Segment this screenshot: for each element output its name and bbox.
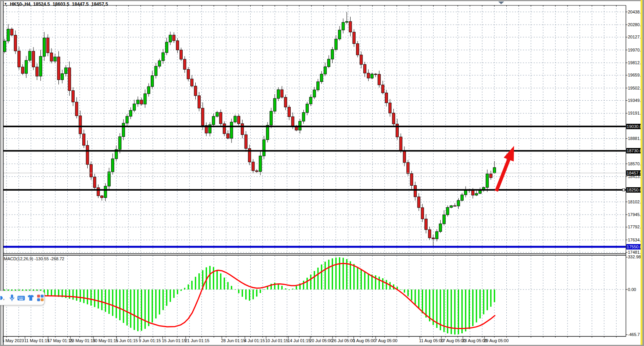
- candle-body: [86, 145, 89, 165]
- macd-histogram-bar: [191, 281, 192, 289]
- candle-body: [259, 156, 262, 172]
- macd-histogram-bar: [231, 286, 232, 289]
- macd-histogram-bar: [368, 274, 369, 289]
- candle-body: [155, 66, 157, 75]
- apps-grid-icon[interactable]: [37, 294, 44, 302]
- macd-histogram-bar: [260, 289, 261, 293]
- price-line-label: 19030.0: [626, 124, 642, 129]
- macd-histogram-bar: [47, 289, 48, 296]
- date-tick-label[interactable]: 5 May 2023: [2, 338, 24, 343]
- candle-body: [399, 137, 402, 151]
- macd-histogram-bar: [101, 289, 102, 310]
- macd-histogram-bar: [274, 283, 275, 289]
- indicator-main-value: -130.55: [34, 256, 48, 261]
- candle-body: [403, 151, 406, 163]
- macd-histogram-bar: [494, 289, 495, 302]
- macd-histogram-bar: [162, 289, 163, 310]
- macd-histogram-bar: [151, 289, 153, 323]
- microphone-icon[interactable]: [8, 294, 15, 302]
- candle-body: [418, 197, 420, 208]
- line-selection-handle[interactable]: [622, 189, 625, 191]
- macd-histogram-bar: [343, 258, 344, 289]
- macd-histogram-bar: [324, 262, 326, 289]
- trend-arrow[interactable]: [495, 146, 514, 192]
- date-tick-label[interactable]: 9 Jun 01:15: [139, 338, 161, 343]
- candle-body: [3, 41, 6, 52]
- pen-icon[interactable]: ,: [0, 294, 7, 302]
- date-tick-label[interactable]: 11 Aug 05:00: [419, 338, 444, 343]
- date-tick-label[interactable]: 10 Jul 01:15: [265, 338, 288, 343]
- date-tick-label[interactable]: 29 Aug 05:00: [484, 338, 509, 343]
- candle-body: [97, 188, 100, 196]
- macd-histogram-bar: [458, 289, 459, 334]
- candle-body: [129, 110, 132, 116]
- macd-histogram-bar: [112, 289, 113, 316]
- date-tick-label[interactable]: 30 May 01:15: [93, 338, 118, 343]
- candle-body: [439, 224, 442, 231]
- macd-histogram-bar: [429, 289, 430, 321]
- date-tick-label[interactable]: 17 May 01:15: [47, 338, 73, 343]
- candle-body: [284, 97, 287, 107]
- macd-tick-label[interactable]: 332.98: [628, 255, 641, 260]
- candle-body: [432, 238, 434, 239]
- macd-tick-label[interactable]: 0.00: [628, 287, 636, 292]
- candle-body: [255, 171, 258, 171]
- candle-body: [328, 59, 330, 67]
- macd-histogram-bar: [155, 289, 156, 318]
- date-tick-label[interactable]: 26 Jul 05:00: [332, 338, 355, 343]
- shirt-icon[interactable]: [27, 294, 35, 302]
- axis-ticks: [3, 5, 627, 339]
- chart-plot-area[interactable]: [0, 0, 644, 346]
- date-tick-label[interactable]: 4 Jul 01:15: [244, 338, 265, 343]
- macd-histogram-bar: [51, 289, 52, 296]
- price-line-17550[interactable]: [3, 246, 626, 248]
- chart-svg[interactable]: [0, 0, 644, 346]
- horizontal-line-objects[interactable]: [3, 126, 626, 248]
- candle-body: [313, 90, 316, 97]
- macd-histogram-bar: [335, 258, 336, 289]
- keyboard-icon[interactable]: [17, 294, 25, 302]
- ime-toolbar[interactable]: ,: [0, 291, 45, 305]
- date-tick-label[interactable]: 11 May 01:15: [24, 338, 50, 343]
- macd-histogram-bar: [350, 261, 351, 289]
- candle-body: [79, 116, 82, 134]
- date-tick-label[interactable]: 5 Jun 01:15: [116, 338, 138, 343]
- candle-body: [144, 94, 146, 104]
- price-line-18250[interactable]: [3, 189, 626, 191]
- date-tick-label[interactable]: 15 Jun 01:15: [162, 338, 186, 343]
- macd-histogram-bar: [332, 258, 333, 289]
- date-tick-label[interactable]: 1 Aug 05:00: [353, 338, 376, 343]
- macd-histogram-bar: [108, 289, 110, 314]
- candle-body: [425, 219, 428, 230]
- candle-body: [345, 22, 348, 22]
- macd-histogram-bar: [339, 257, 340, 289]
- macd-tick-label[interactable]: -465.7: [628, 332, 640, 337]
- macd-histogram-bar: [80, 289, 81, 302]
- macd-histogram-bar: [69, 289, 70, 299]
- macd-histogram-bar: [314, 271, 315, 289]
- date-tick-label[interactable]: 14 Jul 01:15: [288, 338, 311, 343]
- candle-body: [165, 42, 168, 52]
- date-tick-label[interactable]: 20 Jul 05:00: [310, 338, 333, 343]
- macd-histogram-bar: [141, 289, 142, 331]
- macd-histogram-bar: [116, 289, 117, 318]
- price-line-18730[interactable]: [3, 150, 626, 151]
- candle-body: [489, 174, 492, 178]
- date-tick-label[interactable]: 7 Aug 05:00: [375, 338, 398, 343]
- candle-body: [349, 22, 352, 32]
- date-tick-label[interactable]: 28 Jun 01:15: [221, 338, 246, 343]
- candle-body: [245, 135, 247, 148]
- macd-histogram-bar: [227, 282, 228, 289]
- macd-histogram-bar: [119, 289, 120, 320]
- date-tick-label[interactable]: 21 Jun 01:15: [185, 338, 210, 343]
- macd-histogram-bar: [263, 289, 265, 290]
- one-click-trading-icon[interactable]: ▼: [4, 2, 7, 6]
- macd-histogram-bar: [216, 270, 218, 289]
- macd-histogram-bar: [256, 289, 257, 296]
- candle-body: [126, 116, 128, 123]
- macd-histogram-bar: [220, 273, 221, 289]
- macd-histogram-bar: [94, 289, 95, 307]
- macd-histogram-bar: [321, 264, 322, 289]
- price-line-19030[interactable]: [3, 126, 626, 127]
- date-tick-label[interactable]: 23 May 01:15: [70, 338, 95, 343]
